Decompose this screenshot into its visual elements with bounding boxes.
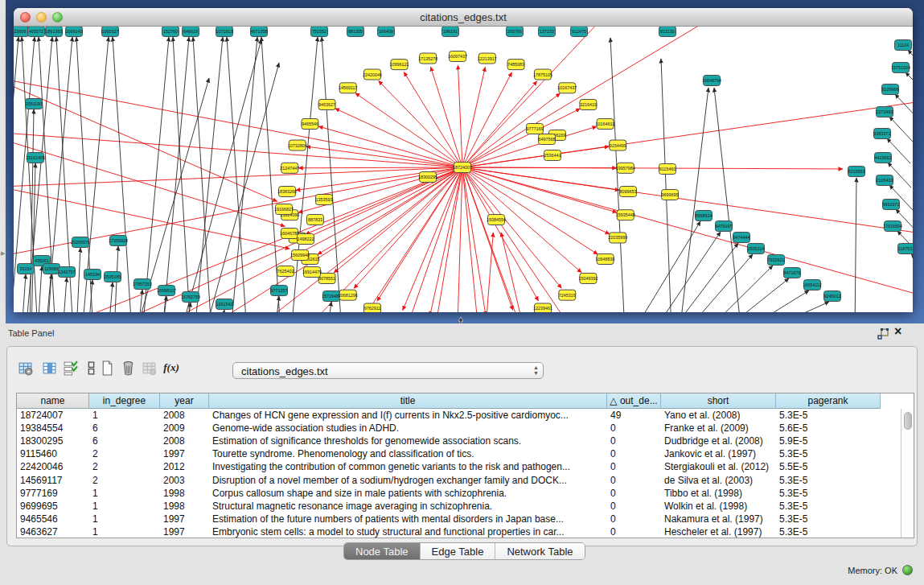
table-cell[interactable]: Estimation of significance thresholds fo… — [209, 435, 607, 447]
graph-node[interactable]: 16046788 — [280, 229, 299, 239]
graph-node[interactable]: 9692971 — [883, 200, 900, 210]
table-cell[interactable]: 5.3E-5 — [776, 500, 881, 513]
table-cell[interactable]: 0 — [607, 435, 661, 447]
column-header-pagerank[interactable]: pagerank — [776, 393, 881, 409]
graph-node[interactable]: 8099653 — [620, 187, 637, 197]
graph-node[interactable]: 4419562 — [875, 153, 892, 163]
graph-node[interactable]: 7245319 — [559, 290, 576, 300]
graph-node[interactable]: 2273493 — [877, 107, 893, 117]
graph-node[interactable]: 115686 — [43, 264, 60, 274]
graph-node[interactable]: 12239461 — [533, 303, 552, 312]
table-cell[interactable]: Franke et al. (2009) — [661, 422, 776, 435]
graph-node[interactable]: 887833 — [307, 215, 324, 225]
table-cell[interactable]: 2008 — [160, 409, 209, 422]
graph-node[interactable]: 17359928 — [109, 236, 128, 246]
table-cell[interactable]: 5.6E-5 — [776, 422, 881, 435]
table-cell[interactable]: 9777169 — [17, 487, 89, 500]
graph-node[interactable]: 1071913 — [216, 27, 233, 37]
table-cell[interactable]: Embryonic stem cells: a model to study s… — [209, 525, 607, 538]
table-cell[interactable]: Stergiakouli et al. (2012) — [661, 460, 776, 473]
table-cell[interactable]: 1997 — [160, 513, 209, 525]
graph-node[interactable]: 2051190 — [26, 99, 43, 109]
graph-node[interactable]: 7625402 — [277, 266, 294, 277]
column-edit-icon[interactable] — [39, 358, 59, 377]
import-table-icon[interactable] — [139, 358, 158, 377]
graph-node[interactable]: 17135278 — [418, 53, 437, 64]
table-cell[interactable]: 2 — [89, 460, 160, 473]
graph-node[interactable]: 1931542 — [216, 299, 233, 310]
delete-table-icon[interactable] — [118, 358, 138, 377]
table-cell[interactable]: Dudbridge et al. (2008) — [661, 435, 776, 447]
graph-node[interactable]: 10996121 — [389, 60, 409, 70]
graph-node[interactable]: 9699695 — [662, 190, 679, 200]
graph-node[interactable]: 3216419 — [580, 100, 597, 110]
graph-node[interactable]: 8958924 — [696, 211, 713, 221]
graph-node[interactable]: 9129966 — [882, 84, 899, 95]
graph-node[interactable]: 20206576 — [71, 237, 90, 248]
graph-node[interactable]: 646619 — [183, 27, 199, 37]
table-cell[interactable]: 2 — [89, 474, 160, 487]
graph-node[interactable]: 813130 — [659, 27, 676, 37]
graph-node[interactable]: 912475 — [571, 27, 588, 37]
graph-node[interactable]: 7485083 — [507, 60, 524, 70]
table-cell[interactable]: Estimation of the future numbers of pati… — [209, 513, 607, 525]
graph-node[interactable]: 18383260 — [277, 187, 297, 197]
graph-node[interactable]: 16782759 — [181, 292, 200, 303]
graph-node[interactable]: 15935448 — [616, 210, 635, 220]
table-cell[interactable]: 2009 — [160, 422, 209, 435]
close-panel-icon[interactable]: × — [894, 324, 901, 339]
graph-node[interactable]: 17016504 — [883, 221, 902, 232]
graph-node[interactable]: 19166827 — [274, 204, 294, 215]
table-cell[interactable]: 1997 — [160, 525, 209, 538]
graph-node[interactable]: 6479197 — [716, 221, 733, 232]
graph-node[interactable]: 751552 — [311, 27, 328, 37]
table-cell[interactable]: Nakamura et al. (1997) — [661, 513, 776, 525]
panel-collapse-arrow-icon[interactable]: ▶ — [1, 250, 5, 257]
table-cell[interactable]: 0 — [607, 513, 661, 525]
table-cell[interactable]: 14569117 — [17, 474, 89, 487]
graph-node[interactable]: 15751024 — [891, 63, 910, 73]
graph-node[interactable]: 152760 — [162, 27, 179, 37]
graph-node[interactable]: 2536441 — [544, 150, 561, 161]
table-cell[interactable]: 0 — [607, 474, 661, 487]
network-window-titlebar[interactable]: citations_edges.txt — [14, 8, 913, 27]
table-cell[interactable]: Changes of HCN gene expression and I(f) … — [209, 409, 607, 422]
graph-node[interactable]: 22035999 — [608, 233, 627, 243]
graph-node[interactable]: 19957984 — [616, 163, 635, 173]
table-cell[interactable]: Investigating the contribution of common… — [209, 460, 607, 473]
table-cell[interactable]: 9463627 — [17, 525, 89, 538]
graph-node[interactable]: 405572 — [28, 27, 45, 37]
table-cell[interactable]: 2008 — [160, 435, 209, 447]
table-cell[interactable]: 49 — [607, 409, 661, 422]
graph-node[interactable]: 15609948 — [290, 250, 310, 261]
graph-node[interactable]: 9154499 — [610, 140, 626, 150]
table-cell[interactable]: Hescheler et al. (1997) — [661, 525, 776, 538]
table-cell[interactable]: 0 — [607, 500, 661, 513]
table-cell[interactable]: 1 — [89, 525, 160, 538]
graph-node[interactable]: 16914479 — [302, 267, 322, 278]
table-cell[interactable]: 2012 — [160, 460, 209, 473]
graph-node[interactable]: 9245012 — [824, 291, 841, 302]
graph-node[interactable]: 15161405 — [26, 153, 45, 163]
table-cell[interactable]: 1 — [89, 487, 160, 500]
table-cell[interactable]: 18300295 — [17, 435, 89, 447]
graph-node[interactable]: 39154 — [18, 264, 35, 274]
column-header-out_de[interactable]: △ out_de... — [607, 393, 661, 409]
graph-node[interactable]: 7932621 — [768, 255, 785, 266]
table-cell[interactable]: 2 — [89, 447, 160, 460]
graph-node[interactable]: 1353593 — [316, 195, 333, 205]
table-cell[interactable]: 1997 — [160, 447, 209, 460]
table-cell[interactable]: Corpus callosum shape and size in male p… — [209, 487, 607, 500]
table-cell[interactable]: Wolkin et al. (1998) — [661, 500, 776, 513]
graph-node[interactable]: 881305 — [347, 27, 364, 37]
table-cell[interactable]: 9699695 — [17, 500, 89, 513]
graph-node[interactable]: 9777169 — [527, 124, 544, 134]
function-builder-icon[interactable]: f(x) — [162, 358, 181, 377]
table-cell[interactable]: 9115460 — [17, 447, 89, 460]
select-columns-icon[interactable] — [60, 358, 80, 377]
graph-node[interactable]: 10167437 — [557, 83, 577, 93]
graph-node[interactable]: 1167531 — [898, 244, 914, 254]
table-cell[interactable]: Tourette syndrome. Phenomenology and cla… — [209, 447, 607, 460]
graph-node[interactable]: 10654112 — [803, 280, 822, 290]
graph-node[interactable]: 4671358 — [251, 27, 268, 37]
